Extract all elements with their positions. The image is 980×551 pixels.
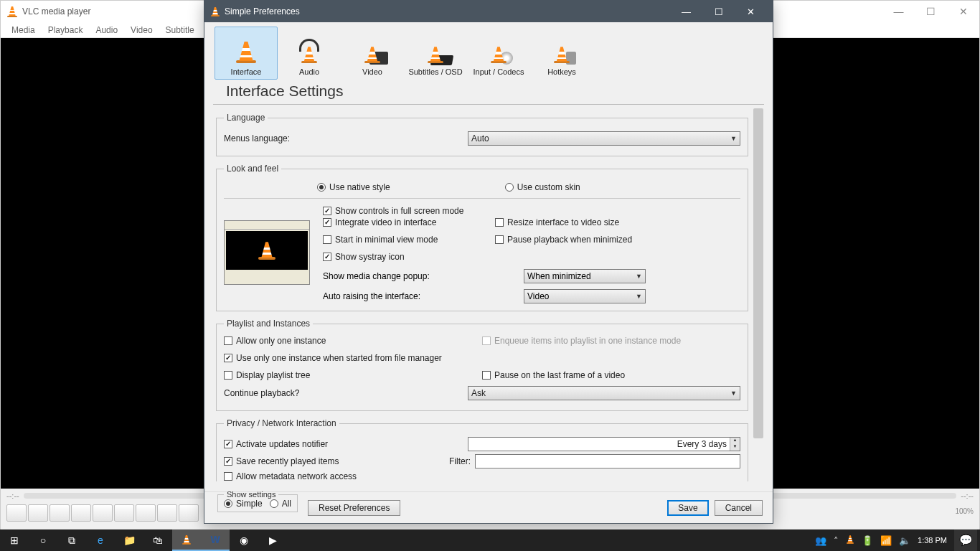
chevron-down-icon: ▼ (730, 135, 737, 142)
check-enqueue-in-one-instance: Enqueue items into playlist in one insta… (482, 336, 740, 346)
radio-native-style[interactable]: Use native style (317, 182, 390, 192)
prefs-heading: Interface Settings (213, 80, 764, 105)
save-button[interactable]: Save (667, 500, 708, 516)
chevron-down-icon: ▼ (636, 293, 642, 300)
maximize-button[interactable]: ☐ (915, 1, 947, 22)
taskbar-app-word[interactable]: W (201, 529, 230, 551)
stop-button[interactable] (50, 504, 70, 522)
legend-privacy: Privacy / Network Interaction (224, 418, 339, 428)
media-change-popup-select[interactable]: When minimized▼ (524, 269, 646, 283)
windows-taskbar: ⊞ ○ ⧉ e 📁 🛍 W ◉ ▶ 👥 ˄ 🔋 📶 🔈 1:38 PM 💬 (0, 529, 980, 551)
vlc-cone-icon (210, 6, 220, 17)
preferences-dialog: Simple Preferences — ☐ ✕ Interface Audio… (204, 0, 773, 524)
taskbar-app-explorer[interactable]: 📁 (115, 529, 143, 551)
filter-label: Filter: (446, 456, 475, 466)
check-pause-last-frame[interactable]: Pause on the last frame of a video (482, 370, 740, 380)
check-display-playlist-tree[interactable]: Display playlist tree (224, 370, 475, 380)
cat-hotkeys[interactable]: Hotkeys (530, 27, 593, 80)
menu-video[interactable]: Video (124, 25, 159, 35)
menu-audio[interactable]: Audio (89, 25, 124, 35)
network-icon[interactable]: 📶 (880, 535, 892, 546)
task-view-button[interactable]: ⧉ (57, 529, 86, 551)
tray-chevron-icon[interactable]: ˄ (834, 535, 839, 546)
prefs-minimize-button[interactable]: — (670, 1, 702, 22)
system-tray: 👥 ˄ 🔋 📶 🔈 1:38 PM 💬 (815, 529, 980, 551)
continue-playback-label: Continue playback? (224, 388, 468, 398)
action-center-button[interactable]: 💬 (954, 529, 977, 551)
check-activate-updates[interactable]: Activate updates notifier (224, 439, 468, 449)
vlc-cone-icon (182, 534, 192, 545)
check-start-minimal[interactable]: Start in minimal view mode (323, 235, 488, 245)
auto-raising-label: Auto raising the interface: (323, 291, 524, 301)
chevron-down-icon: ▼ (636, 273, 642, 280)
check-resize-to-video[interactable]: Resize interface to video size (495, 217, 740, 227)
cancel-button[interactable]: Cancel (715, 500, 763, 516)
check-show-controls-fullscreen[interactable]: Show controls in full screen mode (323, 206, 740, 216)
menu-media[interactable]: Media (5, 25, 42, 35)
continue-playback-select[interactable]: Ask▼ (468, 386, 740, 400)
check-integrate-video[interactable]: Integrate video in interface (323, 217, 488, 227)
menu-playback[interactable]: Playback (42, 25, 90, 35)
time-total: --:-- (961, 491, 974, 500)
check-show-systray[interactable]: Show systray icon (323, 252, 488, 262)
cone-icon (258, 241, 276, 260)
loop-button[interactable] (157, 504, 177, 522)
cat-input-codecs[interactable]: Input / Codecs (467, 27, 530, 80)
cat-video[interactable]: Video (341, 27, 404, 80)
filter-input[interactable] (475, 454, 740, 468)
scroll-thumb[interactable] (753, 108, 763, 438)
radio-custom-skin[interactable]: Use custom skin (505, 182, 580, 192)
check-allow-one-instance[interactable]: Allow only one instance (224, 336, 475, 346)
minimize-button[interactable]: — (882, 1, 915, 22)
play-button[interactable] (6, 504, 27, 522)
prefs-close-button[interactable]: ✕ (735, 1, 767, 22)
check-one-instance-file-manager[interactable]: Use only one instance when started from … (224, 353, 740, 363)
menus-language-select[interactable]: Auto▼ (468, 131, 740, 146)
legend-look: Look and feel (224, 164, 281, 174)
time-elapsed: --:-- (6, 491, 19, 500)
start-button[interactable]: ⊞ (0, 529, 29, 551)
vlc-title: VLC media player (22, 6, 90, 17)
group-playlist-instances: Playlist and Instances Allow only one in… (216, 319, 748, 411)
prefs-scrollbar[interactable] (753, 108, 764, 491)
fullscreen-button[interactable] (93, 504, 113, 522)
prev-button[interactable] (28, 504, 48, 522)
tray-vlc-icon[interactable] (846, 535, 854, 546)
cortana-button[interactable]: ○ (29, 529, 57, 551)
media-change-popup-label: Show media change popup: (323, 271, 524, 281)
prefs-titlebar: Simple Preferences — ☐ ✕ (204, 1, 773, 22)
reset-preferences-button[interactable]: Reset Preferences (308, 500, 400, 516)
volume-icon[interactable]: 🔈 (899, 535, 910, 546)
group-language: Language Menus language: Auto▼ (216, 113, 748, 156)
menus-language-label: Menus language: (224, 133, 468, 143)
taskbar-app-edge[interactable]: e (86, 529, 115, 551)
prefs-title: Simple Preferences (225, 6, 300, 17)
vlc-cone-icon (6, 6, 18, 17)
cat-audio[interactable]: Audio (278, 27, 341, 80)
playlist-button[interactable] (136, 504, 156, 522)
menu-subtitle[interactable]: Subtitle (159, 25, 201, 35)
cat-interface[interactable]: Interface (215, 27, 278, 80)
close-button[interactable]: ✕ (947, 1, 979, 22)
radio-simple[interactable]: Simple (224, 499, 263, 509)
tray-clock[interactable]: 1:38 PM (918, 536, 947, 545)
taskbar-app-store[interactable]: 🛍 (143, 529, 172, 551)
radio-all[interactable]: All (270, 499, 291, 509)
prefs-maximize-button[interactable]: ☐ (702, 1, 735, 22)
taskbar-app-vlc[interactable] (172, 529, 201, 551)
shuffle-button[interactable] (179, 504, 199, 522)
people-icon[interactable]: 👥 (815, 535, 826, 546)
zoom-level: 100% (955, 507, 974, 515)
updates-interval-spinner[interactable]: Every 3 days▲▼ (468, 437, 740, 451)
auto-raising-select[interactable]: Video▼ (524, 289, 646, 303)
battery-icon[interactable]: 🔋 (862, 535, 873, 546)
taskbar-app-media[interactable]: ▶ (258, 529, 287, 551)
check-save-recently-played[interactable]: Save recently played items (224, 456, 446, 466)
check-allow-metadata-access[interactable]: Allow metadata network access (224, 471, 740, 481)
next-button[interactable] (71, 504, 91, 522)
cat-subtitles[interactable]: Subtitles / OSD (404, 27, 467, 80)
show-settings-label: Show settings (224, 490, 278, 499)
check-pause-when-minimized[interactable]: Pause playback when minimized (495, 235, 740, 245)
settings-button[interactable] (114, 504, 134, 522)
taskbar-app-chrome[interactable]: ◉ (230, 529, 258, 551)
